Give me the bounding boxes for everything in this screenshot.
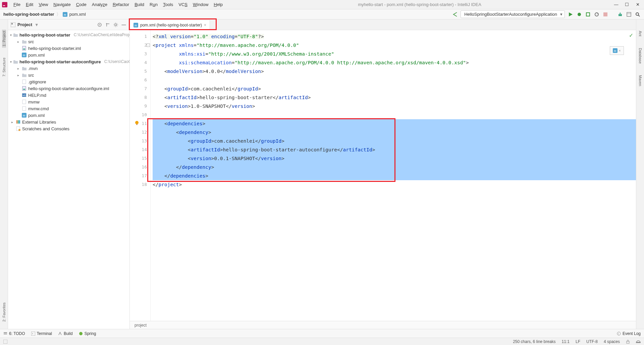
svg-rect-48	[3, 340, 7, 344]
menu-view[interactable]: View	[36, 1, 51, 8]
debug-button[interactable]	[576, 11, 582, 17]
breadcrumb-root[interactable]: hello-spring-boot-starter	[3, 12, 54, 17]
tree-item[interactable]: src	[8, 38, 129, 45]
locate-icon[interactable]	[97, 22, 103, 28]
svg-point-45	[79, 332, 83, 335]
svg-rect-41	[136, 124, 138, 125]
tree-item[interactable]: mvnw.cmd	[8, 105, 129, 112]
menu-edit[interactable]: Edit	[23, 1, 36, 8]
tool-terminal[interactable]: Terminal	[31, 331, 52, 336]
menu-tools[interactable]: Tools	[160, 1, 176, 8]
close-tab-icon[interactable]: ×	[204, 23, 206, 27]
nav-toolbar: hello-spring-boot-starter 〉 m pom.xml He…	[0, 9, 644, 19]
search-everywhere-icon[interactable]	[635, 11, 641, 17]
coverage-button[interactable]	[585, 11, 591, 17]
tree-item[interactable]: .gitignore	[8, 78, 129, 85]
tree-item[interactable]: Scratches and Consoles	[8, 125, 129, 132]
lock-icon[interactable]	[626, 340, 630, 344]
menu-build[interactable]: Build	[132, 1, 147, 8]
minimize-button[interactable]: —	[614, 2, 619, 7]
tab-pom-xml[interactable]: m pom.xml (hello-spring-boot-starter) ×	[130, 20, 210, 30]
editor-body[interactable]: 123456789101112131415161718 <?xml versio…	[130, 30, 636, 321]
tool-todo[interactable]: 6: TODO	[3, 331, 25, 336]
svg-rect-18	[22, 46, 26, 50]
menu-run[interactable]: Run	[147, 1, 160, 8]
hide-icon[interactable]: —	[121, 22, 127, 28]
intellij-logo-icon	[2, 2, 7, 7]
event-log-button[interactable]: iEvent Log	[617, 331, 641, 336]
breadcrumb-file[interactable]: pom.xml	[69, 12, 86, 17]
inspector-hat-icon[interactable]	[636, 340, 641, 343]
rail-favorites[interactable]: 2: Favorites	[2, 301, 6, 323]
svg-rect-24	[23, 89, 25, 90]
tree-item[interactable]: mpom.xml	[8, 52, 129, 58]
svg-rect-32	[18, 120, 19, 124]
svg-rect-23	[22, 86, 26, 90]
run-config-dropdown[interactable]: HelloSpringBootStarterAutoconfigureAppli…	[461, 10, 565, 18]
rail-ant[interactable]: Ant	[638, 29, 642, 38]
rail-database[interactable]: Database	[638, 47, 642, 65]
close-button[interactable]: ✕	[635, 2, 640, 7]
tree-item[interactable]: mvnw	[8, 98, 129, 105]
breadcrumb: hello-spring-boot-starter 〉 m pom.xml	[3, 11, 86, 17]
editor-breadcrumb[interactable]: project	[130, 321, 636, 329]
gear-icon[interactable]	[113, 22, 119, 28]
svg-rect-33	[19, 120, 20, 124]
status-line-sep[interactable]: LF	[576, 339, 580, 344]
window-title: myhello-start - pom.xml (hello-spring-bo…	[225, 2, 614, 7]
menu-navigate[interactable]: Navigate	[51, 1, 73, 8]
profile-button[interactable]	[594, 11, 600, 17]
code-area[interactable]: <?xml version="1.0" encoding="UTF-8"?><p…	[151, 30, 636, 321]
tool-spring[interactable]: Spring	[79, 331, 96, 336]
left-tool-rail: 1: Project 7: Structure 2: Favorites	[0, 19, 8, 329]
svg-point-17	[115, 24, 117, 26]
status-caret-pos[interactable]: 11:1	[562, 339, 570, 344]
back-target-icon[interactable]	[452, 11, 458, 17]
tree-item[interactable]: hello-spring-boot-starterC:\Users\CaoChe…	[8, 31, 129, 38]
tool-build[interactable]: Build	[58, 331, 73, 336]
svg-text:MD: MD	[22, 94, 26, 96]
status-encoding[interactable]: UTF-8	[586, 339, 598, 344]
project-panel-title[interactable]: Project	[11, 22, 38, 27]
menu-analyze[interactable]: Analyze	[89, 1, 110, 8]
run-button[interactable]	[568, 11, 574, 17]
rail-maven[interactable]: Maven	[638, 74, 642, 87]
svg-rect-27	[22, 100, 26, 104]
tree-item[interactable]: hello-spring-boot-starter-autoconfigure.…	[8, 85, 129, 92]
stop-button[interactable]	[602, 11, 608, 17]
intention-bulb-icon[interactable]	[135, 121, 139, 125]
svg-rect-1	[3, 5, 5, 6]
menubar: File Edit View Navigate Code Analyze Ref…	[0, 0, 644, 9]
tree-item[interactable]: External Libraries	[8, 119, 129, 125]
menu-refactor[interactable]: Refactor	[110, 1, 132, 8]
status-indent[interactable]: 4 spaces	[604, 339, 620, 344]
maximize-button[interactable]: ☐	[625, 2, 629, 7]
toolbar-actions: HelloSpringBootStarterAutoconfigureAppli…	[452, 10, 641, 18]
expand-icon[interactable]	[105, 22, 111, 28]
tree-item[interactable]: hello-spring-boot-starter.iml	[8, 45, 129, 52]
menu-window[interactable]: Window	[190, 1, 211, 8]
status-block-icon[interactable]	[3, 340, 7, 344]
fold-toggle-icon[interactable]: -	[147, 44, 150, 47]
menu-file[interactable]: File	[11, 1, 23, 8]
maven-reimport-popup[interactable]: m ×	[610, 46, 624, 55]
menu-vcs[interactable]: VCS	[176, 1, 190, 8]
inspection-ok-icon: ✓	[629, 32, 633, 39]
rail-project[interactable]: 1: Project	[2, 29, 6, 48]
tree-item[interactable]: .mvn	[8, 65, 129, 72]
svg-point-40	[135, 121, 139, 124]
menu-help[interactable]: Help	[211, 1, 225, 8]
rail-structure[interactable]: 7: Structure	[2, 56, 6, 78]
menu-code[interactable]: Code	[73, 1, 89, 8]
tree-item[interactable]: mpom.xml	[8, 112, 129, 119]
tree-item[interactable]: src	[8, 72, 129, 78]
settings-structure-icon[interactable]	[626, 11, 632, 17]
project-tree[interactable]: hello-spring-boot-starterC:\Users\CaoChe…	[8, 30, 129, 329]
update-button[interactable]	[617, 11, 623, 17]
tree-item[interactable]: MDHELP.md	[8, 92, 129, 98]
svg-rect-7	[603, 12, 607, 16]
svg-text:m: m	[23, 114, 25, 117]
tree-item[interactable]: hello-spring-boot-starter-autoconfigureC…	[8, 58, 129, 65]
svg-text:i: i	[618, 332, 619, 335]
line-gutter: 123456789101112131415161718	[130, 30, 151, 321]
